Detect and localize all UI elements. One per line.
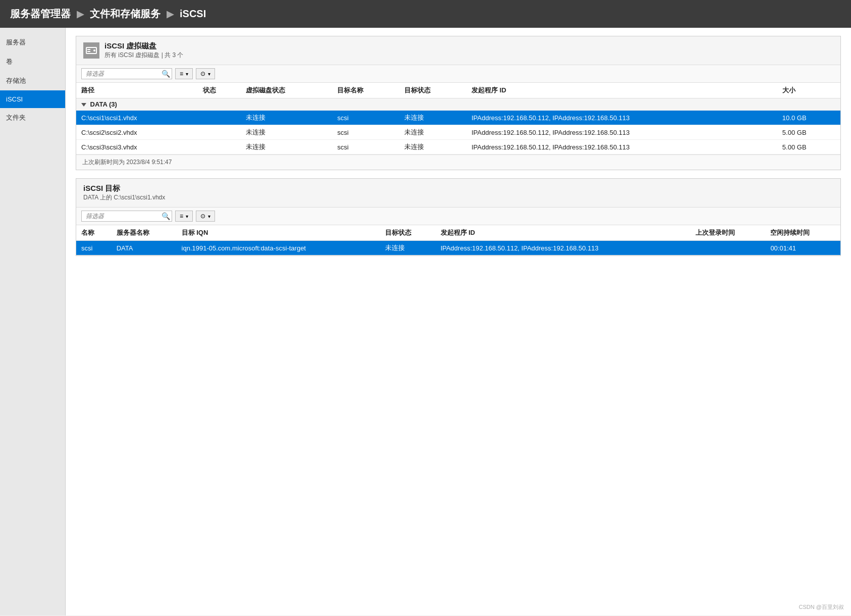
vdisk-group-header: DATA (3) [76, 98, 840, 111]
sidebar: 服务器 卷 存储池 iSCSI 文件夹 [0, 28, 66, 615]
vdisk-panel-footer: 上次刷新时间为 2023/8/4 9:51:47 [76, 155, 840, 170]
target-table-body: scsi DATA iqn.1991-05.com.microsoft:data… [76, 241, 840, 255]
sidebar-item-volumes[interactable]: 卷 [0, 52, 65, 71]
vdisk-panel-subtitle: 所有 iSCSI 虚拟磁盘 | 共 3 个 [104, 51, 183, 60]
svg-rect-2 [87, 51, 90, 52]
target-table-head: 名称 服务器名称 目标 IQN 目标状态 发起程序 ID 上次登录时间 空闲持续… [76, 225, 840, 241]
vdisk-row2-initiator-id: IPAddress:192.168.50.112, IPAddress:192.… [466, 125, 777, 140]
target-title-block: iSCSI 目标 DATA 上的 C:\scsi1\scsi1.vhdx [83, 184, 165, 202]
vdisk-row3-initiator-id: IPAddress:192.168.50.112, IPAddress:192.… [466, 140, 777, 155]
col-size: 大小 [777, 83, 840, 98]
vdisk-row1-status [198, 111, 241, 125]
refresh-icon: ⊙ [200, 70, 205, 77]
svg-rect-1 [87, 49, 90, 50]
target-row1-idle: 00:01:41 [765, 241, 840, 255]
vdisk-panel-header: iSCSI 虚拟磁盘 所有 iSCSI 虚拟磁盘 | 共 3 个 [76, 36, 840, 65]
breadcrumb-iscsi: iSCSI [180, 8, 206, 20]
target-filter-wrap: 🔍 [81, 211, 172, 222]
target-panel-title: iSCSI 目标 [83, 184, 165, 193]
svg-point-3 [93, 49, 95, 52]
target-col-idle: 空闲持续时间 [765, 225, 840, 241]
target-col-iqn: 目标 IQN [177, 225, 381, 241]
vdisk-row2-path: C:\scsi2\scsi2.vhdx [76, 125, 198, 140]
vdisk-icon [83, 42, 99, 59]
refresh-chevron-icon: ▾ [208, 71, 210, 77]
watermark: CSDN @百里刘叔 [799, 603, 844, 611]
vdisk-table-head: 路径 状态 虚拟磁盘状态 目标名称 目标状态 发起程序 ID 大小 [76, 83, 840, 98]
target-col-name: 名称 [76, 225, 112, 241]
vdisk-group-label: DATA (3) [76, 98, 840, 111]
target-row1-server: DATA [112, 241, 177, 255]
vdisk-list-view-button[interactable]: ≡ ▾ [175, 68, 193, 79]
main-layout: 服务器 卷 存储池 iSCSI 文件夹 [0, 28, 851, 615]
vdisk-panel: iSCSI 虚拟磁盘 所有 iSCSI 虚拟磁盘 | 共 3 个 🔍 ≡ ▾ ⊙… [76, 36, 841, 170]
list-chevron-icon: ▾ [186, 71, 188, 77]
target-row1-target-status: 未连接 [380, 241, 435, 255]
vdisk-column-headers: 路径 状态 虚拟磁盘状态 目标名称 目标状态 发起程序 ID 大小 [76, 83, 840, 98]
vdisk-refresh-button[interactable]: ⊙ ▾ [196, 68, 215, 79]
target-row-1[interactable]: scsi DATA iqn.1991-05.com.microsoft:data… [76, 241, 840, 255]
sidebar-item-iscsi[interactable]: iSCSI [0, 90, 65, 108]
vdisk-filter-wrap: 🔍 [81, 68, 172, 79]
vdisk-row1-target-name: scsi [332, 111, 399, 125]
target-refresh-icon: ⊙ [200, 213, 205, 220]
breadcrumb-files: 文件和存储服务 [90, 7, 161, 21]
vdisk-row-1[interactable]: C:\scsi1\scsi1.vhdx 未连接 scsi 未连接 IPAddre… [76, 111, 840, 125]
target-list-view-button[interactable]: ≡ ▾ [175, 211, 193, 222]
col-status: 状态 [198, 83, 241, 98]
content-area: iSCSI 虚拟磁盘 所有 iSCSI 虚拟磁盘 | 共 3 个 🔍 ≡ ▾ ⊙… [66, 28, 851, 615]
vdisk-row3-vdisk-status: 未连接 [241, 140, 332, 155]
vdisk-row-2[interactable]: C:\scsi2\scsi2.vhdx 未连接 scsi 未连接 IPAddre… [76, 125, 840, 140]
target-row1-iqn: iqn.1991-05.com.microsoft:data-scsi-targ… [177, 241, 381, 255]
vdisk-row-3[interactable]: C:\scsi3\scsi3.vhdx 未连接 scsi 未连接 IPAddre… [76, 140, 840, 155]
vdisk-search-button[interactable]: 🔍 [162, 70, 170, 78]
sidebar-item-folders[interactable]: 文件夹 [0, 108, 65, 127]
target-row1-last-login [690, 241, 766, 255]
vdisk-row2-status [198, 125, 241, 140]
target-panel-header: iSCSI 目标 DATA 上的 C:\scsi1\scsi1.vhdx [76, 179, 840, 208]
vdisk-table: 路径 状态 虚拟磁盘状态 目标名称 目标状态 发起程序 ID 大小 DATA (… [76, 83, 840, 155]
sidebar-item-pools[interactable]: 存储池 [0, 71, 65, 90]
vdisk-row1-target-status: 未连接 [399, 111, 466, 125]
target-toolbar: 🔍 ≡ ▾ ⊙ ▾ [76, 208, 840, 225]
vdisk-table-body: DATA (3) C:\scsi1\scsi1.vhdx 未连接 scsi 未连… [76, 98, 840, 155]
target-list-chevron-icon: ▾ [186, 214, 188, 219]
vdisk-row3-size: 5.00 GB [777, 140, 840, 155]
list-icon: ≡ [180, 70, 183, 77]
top-header: 服务器管理器 ▶ 文件和存储服务 ▶ iSCSI [0, 0, 851, 28]
target-row1-name: scsi [76, 241, 112, 255]
target-panel: iSCSI 目标 DATA 上的 C:\scsi1\scsi1.vhdx 🔍 ≡… [76, 178, 841, 256]
target-panel-subtitle: DATA 上的 C:\scsi1\scsi1.vhdx [83, 193, 165, 202]
vdisk-row1-path: C:\scsi1\scsi1.vhdx [76, 111, 198, 125]
expand-icon [81, 103, 86, 107]
target-col-target-status: 目标状态 [380, 225, 435, 241]
target-row1-initiator-id: IPAddress:192.168.50.112, IPAddress:192.… [436, 241, 690, 255]
vdisk-row1-vdisk-status: 未连接 [241, 111, 332, 125]
target-search-button[interactable]: 🔍 [162, 212, 170, 220]
vdisk-last-refresh: 上次刷新时间为 2023/8/4 9:51:47 [82, 159, 172, 166]
col-target-name: 目标名称 [332, 83, 399, 98]
col-vdisk-status: 虚拟磁盘状态 [241, 83, 332, 98]
breadcrumb-server: 服务器管理器 [10, 7, 71, 21]
vdisk-filter-input[interactable] [81, 68, 172, 79]
vdisk-row3-path: C:\scsi3\scsi3.vhdx [76, 140, 198, 155]
target-refresh-button[interactable]: ⊙ ▾ [196, 211, 215, 222]
breadcrumb-sep-1: ▶ [77, 9, 84, 20]
vdisk-row3-target-status: 未连接 [399, 140, 466, 155]
target-filter-input[interactable] [81, 211, 172, 222]
vdisk-row1-initiator-id: IPAddress:192.168.50.112, IPAddress:192.… [466, 111, 777, 125]
vdisk-row2-size: 5.00 GB [777, 125, 840, 140]
breadcrumb-sep-2: ▶ [167, 9, 174, 20]
vdisk-row1-size: 10.0 GB [777, 111, 840, 125]
vdisk-row3-target-name: scsi [332, 140, 399, 155]
vdisk-toolbar: 🔍 ≡ ▾ ⊙ ▾ [76, 65, 840, 83]
vdisk-title-block: iSCSI 虚拟磁盘 所有 iSCSI 虚拟磁盘 | 共 3 个 [104, 41, 183, 60]
target-col-initiator-id: 发起程序 ID [436, 225, 690, 241]
target-column-headers: 名称 服务器名称 目标 IQN 目标状态 发起程序 ID 上次登录时间 空闲持续… [76, 225, 840, 241]
target-col-last-login: 上次登录时间 [690, 225, 766, 241]
vdisk-row2-target-name: scsi [332, 125, 399, 140]
sidebar-item-servers[interactable]: 服务器 [0, 33, 65, 52]
target-table: 名称 服务器名称 目标 IQN 目标状态 发起程序 ID 上次登录时间 空闲持续… [76, 225, 840, 255]
vdisk-row2-target-status: 未连接 [399, 125, 466, 140]
target-refresh-chevron-icon: ▾ [208, 214, 210, 219]
